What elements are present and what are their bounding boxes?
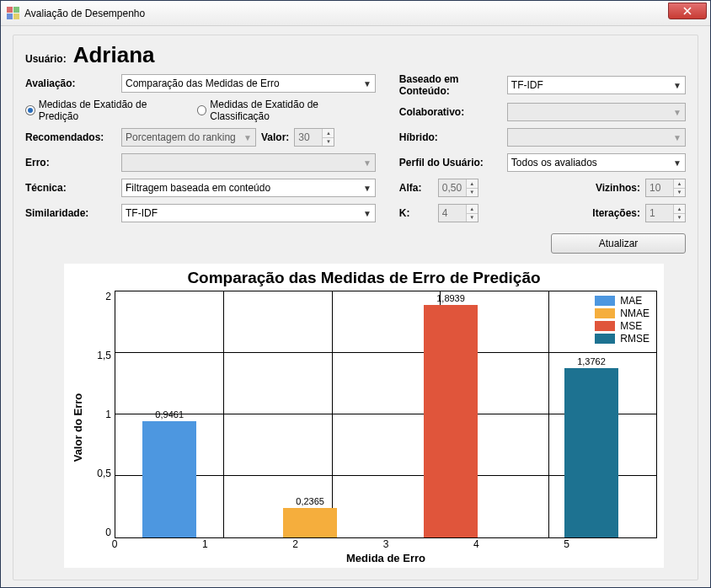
similaridade-label: Similaridade: xyxy=(25,207,116,219)
form-grid: Avaliação: Comparação das Medidas de Err… xyxy=(25,73,686,254)
client-area: Usuário: Adriana Avaliação: Comparação d… xyxy=(1,26,710,587)
k-spinner: 4 ▲▼ xyxy=(438,204,478,222)
recomendados-dropdown: Porcentagem do ranking ▼ xyxy=(121,128,256,147)
user-name: Adriana xyxy=(73,42,155,68)
chart-yticks: 21,510,50 xyxy=(86,291,115,538)
chart-bar-label: 1,3762 xyxy=(577,356,606,366)
radio-predicao-label: Medidas de Exatidão de Predição xyxy=(39,99,185,122)
radio-predicao[interactable]: Medidas de Exatidão de Predição xyxy=(25,99,185,122)
vizinhos-spinner: 10 ▲▼ xyxy=(645,179,686,197)
tecnica-value: Filtragem baseada em conteúdo xyxy=(126,182,270,194)
chart-title: Comparação das Medidas de Erro de Prediç… xyxy=(64,264,664,291)
baseado-dropdown[interactable]: TF-IDF ▼ xyxy=(507,76,686,94)
chart-bar-label: 1,8939 xyxy=(436,293,465,303)
chart-bar-label: 0,2365 xyxy=(296,496,324,506)
chart-bar-label: 0,9461 xyxy=(155,409,184,420)
close-button[interactable] xyxy=(668,3,707,19)
chart-xlabel: Medida de Erro xyxy=(115,550,657,564)
chart-xticks: 012345 xyxy=(115,538,657,550)
user-label: Usuário: xyxy=(25,53,67,65)
similaridade-dropdown[interactable]: TF-IDF ▼ xyxy=(121,204,376,222)
k-label: K: xyxy=(399,207,433,219)
chart-ytick: 0 xyxy=(105,527,111,538)
legend-swatch xyxy=(595,334,615,344)
iteracoes-label: Iterações: xyxy=(592,207,640,219)
chart-ytick: 1,5 xyxy=(97,350,111,361)
similaridade-value: TF-IDF xyxy=(126,207,158,219)
form-right-col: Baseado em Conteúdo: TF-IDF ▼ Colaborati… xyxy=(399,73,686,254)
baseado-value: TF-IDF xyxy=(511,79,543,91)
chevron-down-icon: ▼ xyxy=(243,133,252,142)
valor-label: Valor: xyxy=(261,131,289,143)
valor-value: 30 xyxy=(298,131,309,143)
spin-down-icon: ▼ xyxy=(673,189,685,197)
chart-bar-mae xyxy=(142,421,196,537)
hibrido-dropdown: ▼ xyxy=(507,128,686,147)
tecnica-label: Técnica: xyxy=(25,182,116,194)
chart-ylabel-wrap: Valor do Erro xyxy=(71,291,86,564)
form-left-col: Avaliação: Comparação das Medidas de Err… xyxy=(25,73,376,254)
chart-container: Comparação das Medidas de Erro de Prediç… xyxy=(64,264,664,568)
colaborativo-label: Colaborativo: xyxy=(399,106,502,118)
chevron-down-icon: ▼ xyxy=(363,209,372,218)
avaliacao-label: Avaliação: xyxy=(25,78,116,89)
alfa-label: Alfa: xyxy=(399,182,433,194)
iteracoes-value: 1 xyxy=(650,207,655,219)
chart-body: Valor do Erro 21,510,50 MAENMAEMSERMSE 0… xyxy=(64,291,664,568)
vizinhos-value: 10 xyxy=(650,182,660,194)
chevron-down-icon: ▼ xyxy=(673,108,682,117)
chart-bar-rmse xyxy=(564,368,618,537)
spin-down-icon: ▼ xyxy=(322,138,334,147)
legend-label: NMAE xyxy=(620,307,650,319)
perfil-dropdown[interactable]: Todos os avaliados ▼ xyxy=(507,153,686,172)
recomendados-value: Porcentagem do ranking xyxy=(126,131,236,143)
valor-spinner: 30 ▲▼ xyxy=(294,128,334,147)
legend-label: RMSE xyxy=(620,333,650,345)
chart-bar-mse xyxy=(424,305,478,538)
titlebar: Avaliação de Desempenho xyxy=(1,1,710,26)
legend-label: MSE xyxy=(620,320,642,332)
legend-swatch xyxy=(595,321,615,331)
chart-bar-nmae xyxy=(283,508,337,537)
erro-dropdown: ▼ xyxy=(121,153,376,172)
legend-label: MAE xyxy=(620,295,642,307)
radio-icon xyxy=(197,105,207,115)
plot-column: 21,510,50 MAENMAEMSERMSE 0,94610,23651,8… xyxy=(86,291,657,564)
perfil-label: Perfil do Usuário: xyxy=(399,157,502,168)
user-line: Usuário: Adriana xyxy=(25,42,686,68)
window-title: Avaliação de Desempenho xyxy=(24,8,145,19)
legend-item: MAE xyxy=(595,295,650,307)
chevron-down-icon: ▼ xyxy=(673,158,682,168)
avaliacao-value: Comparação das Medidas de Erro xyxy=(126,78,280,89)
spin-up-icon: ▲ xyxy=(466,205,478,214)
radio-classificacao[interactable]: Medidas de Exatidão de Classificação xyxy=(197,99,376,122)
perfil-value: Todos os avaliados xyxy=(511,157,597,168)
avaliacao-dropdown[interactable]: Comparação das Medidas de Erro ▼ xyxy=(121,74,376,93)
vizinhos-label: Vizinhos: xyxy=(596,182,640,194)
radio-icon xyxy=(25,105,35,115)
spin-down-icon: ▼ xyxy=(466,214,478,222)
chart-xtick: 0 xyxy=(69,538,159,550)
chart-plot: MAENMAEMSERMSE 0,94610,23651,89391,3762 xyxy=(115,291,657,538)
spin-up-icon: ▲ xyxy=(322,129,334,138)
spin-up-icon: ▲ xyxy=(673,179,685,189)
chart-ytick: 1 xyxy=(105,409,111,420)
chevron-down-icon: ▼ xyxy=(673,81,682,90)
legend-item: RMSE xyxy=(595,333,650,345)
spin-up-icon: ▲ xyxy=(673,205,685,214)
chart-xtick: 5 xyxy=(521,538,612,550)
chart-ytick: 0,5 xyxy=(97,468,111,479)
atualizar-button[interactable]: Atualizar xyxy=(551,233,686,254)
chart-xtick: 3 xyxy=(340,538,430,550)
main-group: Usuário: Adriana Avaliação: Comparação d… xyxy=(13,35,698,580)
erro-label: Erro: xyxy=(25,157,116,168)
spin-down-icon: ▼ xyxy=(673,214,685,222)
alfa-spinner: 0,50 ▲▼ xyxy=(438,179,478,197)
chart-xtick: 2 xyxy=(250,538,340,550)
iteracoes-spinner: 1 ▲▼ xyxy=(645,204,686,222)
colaborativo-dropdown: ▼ xyxy=(507,103,686,121)
tecnica-dropdown[interactable]: Filtragem baseada em conteúdo ▼ xyxy=(121,179,376,197)
chart-xtick: 1 xyxy=(160,538,250,550)
plot-row: 21,510,50 MAENMAEMSERMSE 0,94610,23651,8… xyxy=(86,291,657,538)
chart-legend: MAENMAEMSERMSE xyxy=(595,295,650,345)
